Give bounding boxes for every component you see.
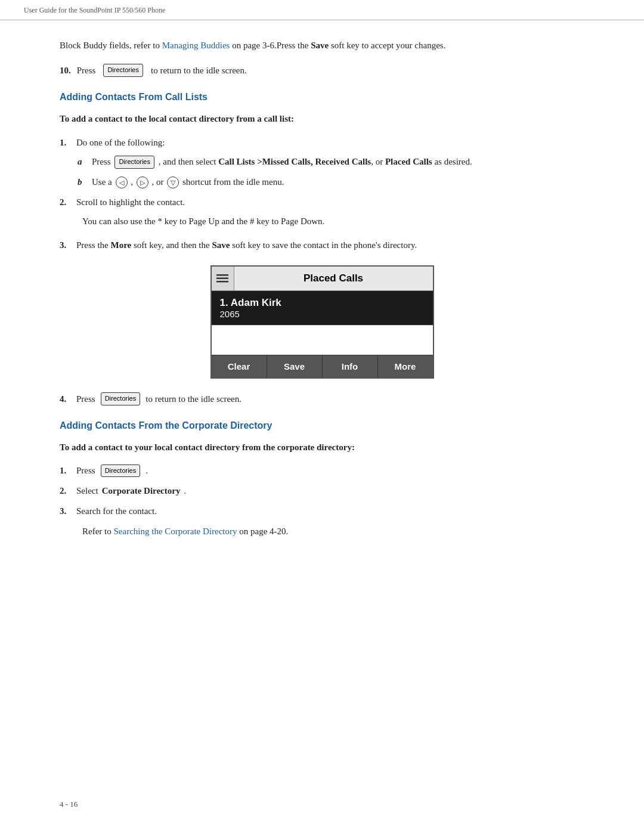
sub-a-bold1: Call Lists >Missed Calls, Received Calls [218,157,371,166]
svg-rect-2 [216,281,228,283]
down-arrow-icon: ▽ [167,176,179,188]
sec2-step2-row: 2. Select Corporate Directory. [60,484,584,498]
step4-row: 4. Press Directories to return to the id… [60,392,584,406]
sub-b-text4: shortcut from the idle menu. [182,177,284,187]
sec2-step1-row: 1. Press Directories . [60,463,584,478]
intro-text2: on page 3-6.Press the [230,41,311,50]
softkey-more[interactable]: More [378,355,433,377]
sub-a-text2: , and then select [159,157,218,166]
phone-screen: Placed Calls 1. Adam Kirk 2065 Clear Sav… [210,265,434,379]
step1-row: 1. Do one of the following: a Press Dire… [60,135,584,189]
phone-title-text: Placed Calls [234,268,433,289]
sub-b-label: b [78,175,87,189]
step4-num: 4. [60,392,73,406]
sub-b-text2: , [131,177,133,187]
section2-heading: Adding Contacts From the Corporate Direc… [60,420,584,431]
softkey-info[interactable]: Info [323,355,378,377]
sub-a-directories-button[interactable]: Directories [114,156,154,169]
sub-a-label: a [78,154,87,169]
sub-item-b: b Use a ◁ , ▷ , or ▽ shortcut from the i… [78,175,584,189]
menu-lines-icon [216,274,228,283]
svg-rect-1 [216,277,228,279]
section1-heading: Adding Contacts From Call Lists [60,92,584,103]
phone-softkeys-bar: Clear Save Info More [212,355,433,377]
sec2-step3-text: Search for the contact. [76,504,157,518]
step1-num: 1. [60,135,73,150]
section1-subheading: To add a contact to the local contact di… [60,112,584,126]
header-text: User Guide for the SoundPoint IP 550/560… [24,6,165,14]
sub-b-content: Use a ◁ , ▷ , or ▽ shortcut from the idl… [92,175,284,189]
step1-text: Do one of the following: [76,135,165,150]
sec2-note: Refer to Searching the Corporate Directo… [82,524,584,538]
sec2-step3-num: 3. [60,504,73,518]
step-10-row: 10. Press Directories to return to the i… [60,63,584,78]
phone-contact-name: 1. Adam Kirk [220,297,425,309]
page-header: User Guide for the SoundPoint IP 550/560… [0,0,644,20]
sub-a-text4: as desired. [432,157,472,166]
corporate-directory-link[interactable]: Searching the Corporate Directory [113,527,237,536]
step3-save-bold: Save [212,240,230,250]
sub-item-a: a Press Directories , and then select Ca… [78,154,584,169]
sec2-step1-text1: Press [76,463,95,478]
step3-text: Press the More soft key, and then the Sa… [76,238,417,252]
softkey-clear[interactable]: Clear [212,355,267,377]
step2-text: Scroll to highlight the contact. [76,195,185,209]
phone-menu-icon [212,267,234,290]
step4-text2: to return to the idle screen. [145,392,242,406]
phone-body: 1. Adam Kirk 2065 [212,291,433,355]
step10-directories-button[interactable]: Directories [103,64,143,77]
phone-contact-row: 1. Adam Kirk 2065 [212,291,433,325]
managing-buddies-link[interactable]: Managing Buddies [162,41,230,50]
sec2-note-text2: on page 4-20. [237,527,289,536]
section2-subheading: To add a contact to your local contact d… [60,441,584,454]
sec2-step2-num: 2. [60,484,73,498]
sub-a-text1: Press [92,157,113,166]
left-arrow-icon: ◁ [116,176,128,188]
phone-contact-num: 2065 [220,309,425,323]
step3-row: 3. Press the More soft key, and then the… [60,238,584,252]
step2-note: You can also use the * key to Page Up an… [82,214,584,228]
step2-num: 2. [60,195,73,209]
sec2-step1-num: 1. [60,463,73,478]
intro-paragraph: Block Buddy fields, refer to Managing Bu… [60,38,584,52]
sub-b-text3: , or [152,177,164,187]
sec2-step1-text2: . [145,463,148,478]
sec2-note-text1: Refer to [82,527,113,536]
main-content: Block Buddy fields, refer to Managing Bu… [0,20,644,589]
phone-title-bar: Placed Calls [212,267,433,291]
step3-more-bold: More [111,240,132,250]
sub-a-text3: , or [371,157,385,166]
step4-text1: Press [76,392,95,406]
sec2-step1-directories-button[interactable]: Directories [101,465,141,478]
right-arrow-icon: ▷ [137,176,148,188]
sub-a-bold2: Placed Calls [385,157,432,166]
sec2-step2-text1: Select [76,484,98,498]
step10-label: 10. [60,63,71,78]
step2-row: 2. Scroll to highlight the contact. [60,195,584,209]
svg-rect-0 [216,274,228,276]
phone-empty-row [212,325,433,355]
sub-a-content: Press Directories , and then select Call… [92,154,472,169]
sec2-step2-bold: Corporate Directory [102,484,181,498]
sub-items: a Press Directories , and then select Ca… [78,154,584,189]
step4-directories-button[interactable]: Directories [101,392,141,405]
softkey-save[interactable]: Save [267,355,323,377]
step10-text1: Press [77,63,96,78]
step10-text2: to return to the idle screen. [151,63,247,78]
sub-b-text1: Use a [92,177,112,187]
sec2-step2-text2: . [184,484,186,498]
sec2-step3-row: 3. Search for the contact. [60,504,584,518]
intro-text1: Block Buddy fields, refer to [60,41,162,50]
intro-bold1: Save [311,41,329,50]
footer-page-number: 4 - 16 [60,800,78,809]
intro-text3: soft key to accept your changes. [329,41,445,50]
phone-screen-container: Placed Calls 1. Adam Kirk 2065 Clear Sav… [60,265,584,379]
step3-num: 3. [60,238,73,252]
